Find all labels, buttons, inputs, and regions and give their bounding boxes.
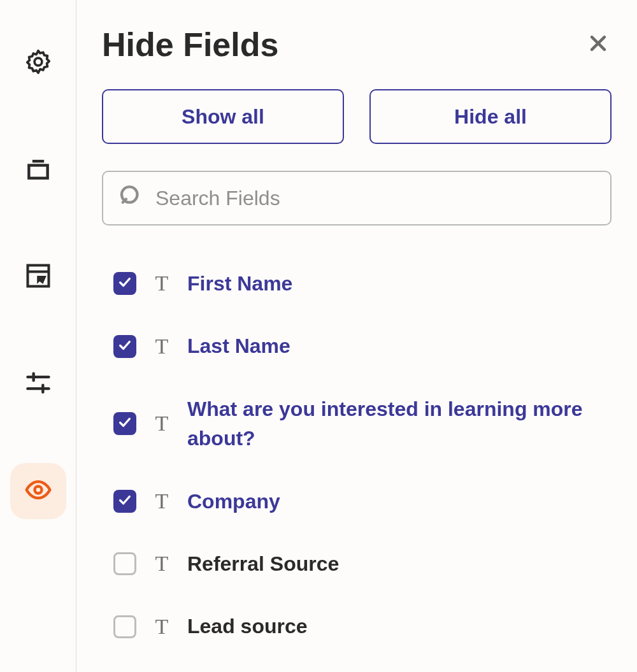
panel-header: Hide Fields bbox=[102, 25, 612, 64]
text-type-icon: T bbox=[152, 490, 172, 512]
field-label: Referral Source bbox=[187, 549, 339, 578]
sliders-icon bbox=[24, 369, 52, 399]
field-item[interactable]: TCompany bbox=[113, 470, 596, 533]
text-type-icon: T bbox=[152, 273, 172, 294]
field-list-scroll[interactable]: TFirst NameTLast NameTWhat are you inter… bbox=[102, 252, 612, 672]
sidebar-item-layers[interactable] bbox=[10, 142, 66, 198]
search-field[interactable] bbox=[102, 171, 612, 225]
text-type-icon: T bbox=[152, 413, 172, 434]
sidebar-item-visibility[interactable] bbox=[10, 463, 66, 519]
sidebar-item-panel[interactable] bbox=[10, 249, 66, 305]
text-type-icon: T bbox=[152, 336, 172, 357]
field-label: Company bbox=[187, 487, 280, 516]
field-label: Lead source bbox=[187, 611, 308, 641]
field-checkbox[interactable] bbox=[113, 552, 136, 575]
search-icon bbox=[117, 183, 144, 213]
field-checkbox[interactable] bbox=[113, 490, 136, 513]
eye-icon bbox=[24, 476, 52, 506]
check-icon bbox=[118, 275, 132, 292]
text-type-icon: T bbox=[152, 553, 172, 575]
show-all-button[interactable]: Show all bbox=[102, 89, 344, 144]
field-item[interactable]: TFirst Name bbox=[113, 252, 596, 315]
field-checkbox[interactable] bbox=[113, 615, 136, 638]
field-checkbox[interactable] bbox=[113, 335, 136, 358]
main-panel: Hide Fields Show all Hide all TFirst Nam… bbox=[76, 0, 637, 672]
field-label: Last Name bbox=[187, 331, 290, 361]
field-label: First Name bbox=[187, 269, 292, 298]
sidebar bbox=[0, 0, 76, 672]
field-item[interactable]: 1Urgency bbox=[113, 658, 596, 672]
field-checkbox[interactable] bbox=[113, 412, 136, 435]
layers-icon bbox=[24, 155, 52, 185]
gear-icon bbox=[24, 48, 52, 78]
panel-cursor-icon bbox=[24, 262, 52, 292]
close-button[interactable] bbox=[585, 30, 612, 59]
field-list: TFirst NameTLast NameTWhat are you inter… bbox=[102, 252, 596, 672]
check-icon bbox=[118, 493, 132, 510]
text-type-icon: T bbox=[152, 616, 172, 638]
close-icon bbox=[587, 45, 609, 56]
field-checkbox[interactable] bbox=[113, 272, 136, 295]
field-item[interactable]: TLast Name bbox=[113, 315, 596, 377]
field-item[interactable]: TReferral Source bbox=[113, 533, 596, 595]
search-input[interactable] bbox=[155, 187, 596, 210]
check-icon bbox=[118, 338, 132, 355]
sidebar-item-sliders[interactable] bbox=[10, 356, 66, 412]
field-label: What are you interested in learning more… bbox=[187, 394, 596, 454]
svg-rect-1 bbox=[29, 166, 47, 178]
field-item[interactable]: TLead source bbox=[113, 595, 596, 657]
panel-title: Hide Fields bbox=[102, 25, 278, 64]
button-row: Show all Hide all bbox=[102, 89, 612, 144]
sidebar-item-settings[interactable] bbox=[10, 35, 66, 91]
svg-point-0 bbox=[34, 58, 42, 66]
check-icon bbox=[118, 415, 132, 432]
hide-all-button[interactable]: Hide all bbox=[369, 89, 612, 144]
field-item[interactable]: TWhat are you interested in learning mor… bbox=[113, 378, 596, 470]
svg-point-9 bbox=[34, 487, 41, 494]
